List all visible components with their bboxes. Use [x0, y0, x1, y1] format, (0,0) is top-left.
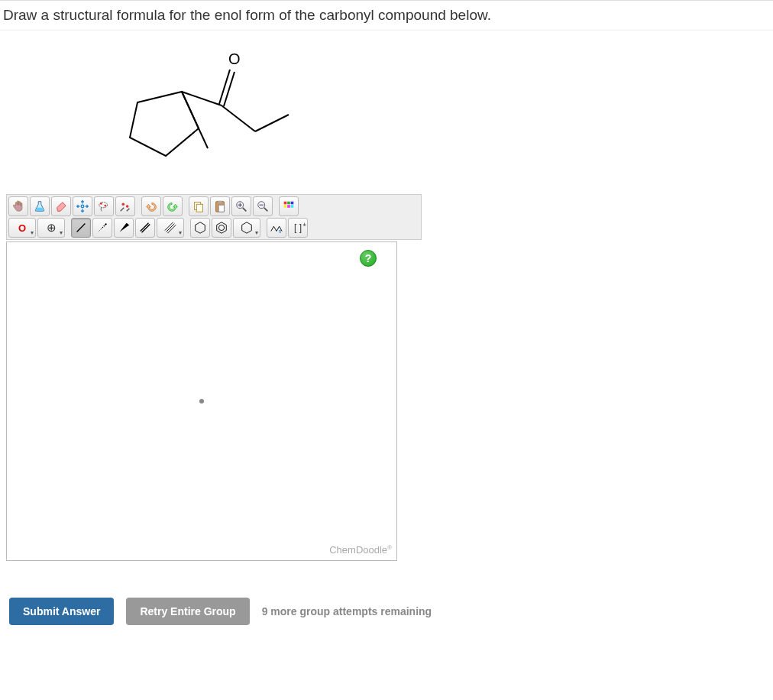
element-label: O [18, 222, 26, 234]
svg-line-26 [99, 232, 99, 232]
svg-line-1 [219, 70, 230, 104]
benzene-tool[interactable] [212, 218, 231, 238]
double-bond-icon [138, 221, 152, 235]
svg-rect-24 [291, 205, 294, 208]
double-bond-tool[interactable] [135, 218, 155, 238]
help-button[interactable]: ? [360, 250, 377, 267]
charge-label: ⊕ [47, 221, 57, 235]
copy-icon [192, 199, 205, 213]
toolbar-row-1 [8, 196, 419, 216]
chain-tool[interactable]: n [267, 218, 286, 238]
wedge-bond-tool[interactable] [114, 218, 134, 238]
svg-rect-20 [287, 202, 290, 205]
svg-line-25 [77, 224, 86, 232]
benzene-icon [215, 221, 228, 235]
given-structure: O [0, 31, 773, 186]
svg-rect-22 [284, 205, 287, 208]
question-text: Draw a structural formula for the enol f… [0, 1, 773, 31]
submit-button[interactable]: Submit Answer [9, 598, 114, 625]
chain-icon: n [270, 221, 283, 235]
svg-point-10 [122, 203, 125, 206]
svg-line-3 [222, 105, 255, 131]
svg-rect-16 [218, 205, 224, 212]
svg-point-39 [218, 225, 224, 230]
svg-rect-13 [196, 204, 202, 212]
undo-icon [144, 199, 158, 213]
svg-rect-19 [284, 202, 287, 205]
ketone-structure: O [115, 46, 298, 168]
color-tool[interactable] [279, 196, 299, 216]
paste-icon [213, 199, 227, 213]
svg-marker-37 [196, 222, 205, 233]
canvas-start-atom[interactable] [199, 399, 204, 403]
single-bond-icon [74, 221, 88, 235]
svg-marker-38 [217, 222, 227, 233]
toolbar: O ⊕ n [ ]± [6, 194, 422, 240]
svg-line-4 [255, 115, 289, 131]
bracket-tool[interactable]: [ ]± [288, 218, 308, 238]
svg-line-31 [105, 224, 107, 225]
svg-point-8 [100, 203, 102, 205]
svg-text:n: n [279, 228, 282, 234]
svg-rect-15 [218, 201, 222, 203]
move-icon [76, 199, 89, 213]
oxygen-label: O [228, 50, 241, 67]
chemdoodle-widget: O ⊕ n [ ]± ? ChemDoodle® [6, 194, 422, 561]
bracket-label: [ ]± [294, 222, 302, 233]
triple-bond-tool[interactable] [157, 218, 184, 238]
zoom-in-icon [234, 199, 248, 213]
copy-tool[interactable] [189, 196, 209, 216]
flask-icon [33, 199, 47, 213]
attempts-remaining: 9 more group attempts remaining [262, 605, 432, 617]
hexagon-icon [193, 221, 207, 235]
ring-icon [240, 221, 254, 235]
single-bond-tool[interactable] [71, 218, 91, 238]
paste-tool[interactable] [210, 196, 230, 216]
color-icon [282, 199, 296, 213]
lasso-icon [97, 199, 111, 213]
chemdoodle-watermark: ChemDoodle® [329, 544, 392, 556]
svg-rect-23 [287, 205, 290, 208]
svg-line-28 [101, 228, 102, 229]
center-tool[interactable] [73, 196, 92, 216]
svg-point-9 [104, 205, 106, 207]
svg-line-27 [99, 230, 100, 231]
retry-button[interactable]: Retry Entire Group [126, 598, 249, 625]
ring-picker[interactable] [233, 218, 260, 238]
svg-line-2 [224, 72, 234, 106]
redo-tool[interactable] [163, 196, 183, 216]
svg-marker-40 [242, 222, 252, 233]
recessed-bond-icon [95, 221, 109, 235]
undo-tool[interactable] [141, 196, 161, 216]
redo-icon [166, 199, 180, 213]
zoom-out-icon [256, 199, 270, 213]
drawing-canvas[interactable]: ? ChemDoodle® [6, 241, 397, 561]
question-container: Draw a structural formula for the enol f… [0, 0, 773, 625]
toolbar-row-2: O ⊕ n [ ]± [8, 218, 419, 238]
eraser-icon [54, 199, 68, 213]
lasso-tool[interactable] [94, 196, 114, 216]
wedge-bond-icon [117, 221, 131, 235]
cyclohexane-tool[interactable] [190, 218, 210, 238]
svg-point-6 [81, 205, 84, 208]
svg-point-11 [126, 205, 129, 208]
clear-tool[interactable] [115, 196, 135, 216]
hand-icon [11, 199, 25, 213]
action-row: Submit Answer Retry Entire Group 9 more … [9, 598, 773, 625]
eraser-tool[interactable] [51, 196, 71, 216]
hand-tool[interactable] [8, 196, 28, 216]
clear-icon [118, 199, 132, 213]
svg-line-29 [102, 227, 103, 228]
svg-line-30 [104, 225, 105, 226]
flask-tool[interactable] [30, 196, 50, 216]
triple-bond-icon [163, 221, 177, 235]
element-picker[interactable]: O [8, 218, 36, 238]
zoom-out-tool[interactable] [253, 196, 273, 216]
zoom-in-tool[interactable] [231, 196, 251, 216]
svg-rect-21 [291, 202, 294, 205]
recessed-bond-tool[interactable] [92, 218, 112, 238]
charge-picker[interactable]: ⊕ [37, 218, 65, 238]
